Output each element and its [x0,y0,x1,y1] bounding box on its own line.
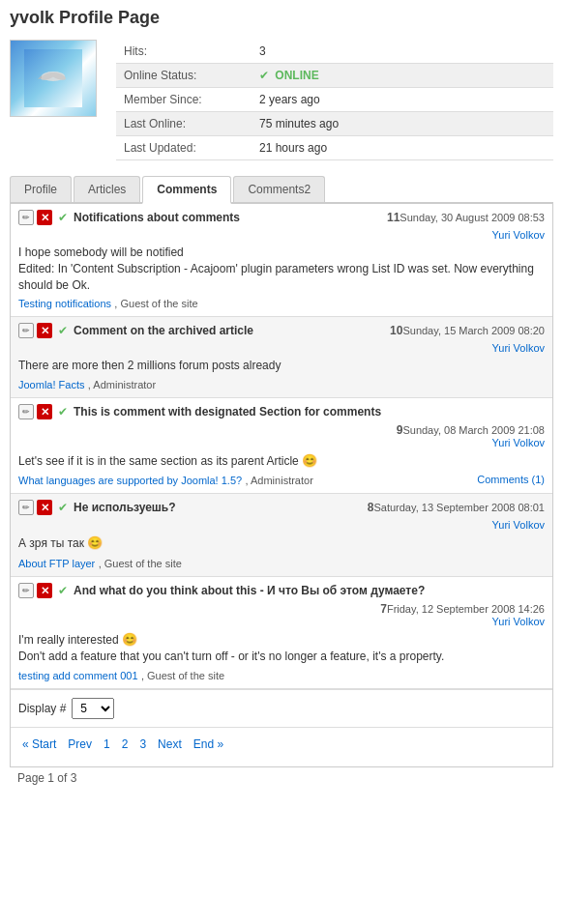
display-label: Display # [18,702,66,715]
page-title: yvolk Profile Page [10,8,553,28]
comment-header-left: ✏ ✕ ✔ Не используешь? [18,500,176,515]
tabs-container: Profile Articles Comments Comments2 [10,176,553,204]
pagination-page-1[interactable]: 1 [100,736,114,753]
display-row: Display # 5 10 15 20 25 30 [11,689,552,727]
check-icon[interactable]: ✔ [55,323,71,338]
comment-meta-text: , Administrator [88,379,156,390]
comment-item: ✏ ✕ ✔ Comment on the archived article 10… [11,317,552,398]
delete-icon[interactable]: ✕ [37,323,52,338]
tab-comments[interactable]: Comments [142,176,231,204]
delete-icon[interactable]: ✕ [37,500,52,515]
comment-author[interactable]: Yuri Volkov [18,519,545,531]
pagination: « Start Prev 1 2 3 Next End » [18,736,545,753]
stat-label-online: Online Status: [116,64,252,88]
comment-body: I'm really interested 😊 Don't add a feat… [18,631,545,665]
comment-article-link[interactable]: About FTP layer [18,558,95,569]
check-icon[interactable]: ✔ [55,583,71,598]
online-dot: ✔ [259,69,269,82]
comment-header-left: ✏ ✕ ✔ Notifications about comments [18,210,240,225]
smiley-icon: 😊 [87,534,103,552]
comment-title: This is comment with designated Section … [74,405,381,419]
delete-icon[interactable]: ✕ [37,404,52,419]
comment-body: Let's see if it is in the same section a… [18,452,545,470]
avatar [10,40,97,117]
stat-value-hits: 3 [252,40,553,64]
edit-icon[interactable]: ✏ [18,404,34,419]
comment-header-left: ✏ ✕ ✔ And what do you think about this -… [18,583,425,598]
page-info: Page 1 of 3 [10,767,553,789]
tab-articles[interactable]: Articles [74,176,140,202]
comment-header-left: ✏ ✕ ✔ Comment on the archived article [18,323,253,338]
edit-icon[interactable]: ✏ [18,583,34,598]
pagination-next[interactable]: Next [154,736,186,753]
profile-stats: Hits: 3 Online Status: ✔ ONLINE Member S… [116,40,553,160]
comment-item: ✏ ✕ ✔ This is comment with designated Se… [11,398,552,494]
comment-header: ✏ ✕ ✔ Comment on the archived article 10… [18,323,545,338]
comment-body: I hope somebody will be notified Edited:… [18,245,545,293]
comment-meta-row: Joomla! Facts , Administrator [18,378,545,391]
comment-meta-text: , Guest of the site [114,298,197,309]
comment-author[interactable]: Yuri Volkov [18,229,545,241]
comment-item: ✏ ✕ ✔ Не используешь? 8Saturday, 13 Sept… [11,494,552,576]
comment-header-left: ✏ ✕ ✔ This is comment with designated Se… [18,404,381,419]
check-icon[interactable]: ✔ [55,210,71,225]
check-icon[interactable]: ✔ [55,500,71,515]
check-icon[interactable]: ✔ [55,404,71,419]
edit-icon[interactable]: ✏ [18,210,34,225]
pagination-page-3[interactable]: 3 [135,736,150,753]
pagination-container: « Start Prev 1 2 3 Next End » [11,727,552,766]
edit-icon[interactable]: ✏ [18,323,34,338]
comment-date-right: 7Friday, 12 September 2008 14:26 [18,602,545,616]
comment-author[interactable]: Yuri Volkov [18,342,545,354]
delete-icon[interactable]: ✕ [37,210,52,225]
comment-body: А зря ты так 😊 [18,534,545,552]
pagination-prev[interactable]: Prev [64,736,96,753]
smiley-icon: 😊 [302,452,317,470]
stat-value-member-since: 2 years ago [252,88,553,112]
comment-number: 10 [390,324,402,337]
stat-value-online: ✔ ONLINE [252,64,553,88]
comment-meta-row: testing add comment 001 , Guest of the s… [18,669,545,682]
online-status-text: ONLINE [275,69,318,82]
comment-date: 11Sunday, 30 August 2009 08:53 [387,211,545,224]
comment-meta-text: , Guest of the site [141,670,224,681]
stat-label-last-online: Last Online: [116,112,252,136]
comment-article-link[interactable]: Testing notifications [18,298,111,309]
edit-icon[interactable]: ✏ [18,500,34,515]
comment-header: ✏ ✕ ✔ Не используешь? 8Saturday, 13 Sept… [18,500,545,515]
stat-value-last-updated: 21 hours ago [252,136,553,160]
comment-number: 8 [368,501,374,514]
comment-article-link[interactable]: What languages are supported by Joomla! … [18,475,242,486]
pagination-end[interactable]: End » [190,736,227,753]
stat-label-member-since: Member Since: [116,88,252,112]
comment-body: There are more then 2 millions forum pos… [18,358,545,374]
comment-title: Comment on the archived article [74,324,253,337]
comment-date: 10Sunday, 15 March 2009 08:20 [390,324,545,337]
tab-comments2[interactable]: Comments2 [233,176,325,202]
smiley-icon: 😊 [122,631,137,649]
comment-item: ✏ ✕ ✔ And what do you think about this -… [11,577,552,689]
comment-header: ✏ ✕ ✔ And what do you think about this -… [18,583,545,598]
comment-date-right: 9Sunday, 08 March 2009 21:08 [18,423,545,437]
comment-author[interactable]: Yuri Volkov [18,616,545,627]
comment-article-link[interactable]: Joomla! Facts [18,379,84,390]
comment-date: 8Saturday, 13 September 2008 08:01 [368,501,545,514]
page-wrapper: yvolk Profile Page [0,0,563,796]
stats-table: Hits: 3 Online Status: ✔ ONLINE Member S… [116,40,553,160]
pagination-start[interactable]: « Start [18,736,60,753]
delete-icon[interactable]: ✕ [37,583,52,598]
comment-author[interactable]: Yuri Volkov [18,437,545,448]
comment-header: ✏ ✕ ✔ This is comment with designated Se… [18,404,545,419]
comment-meta-row: Testing notifications , Guest of the sit… [18,297,545,310]
comment-title: Notifications about comments [74,211,240,224]
stat-label-hits: Hits: [116,40,252,64]
tab-profile[interactable]: Profile [10,176,72,202]
comment-number: 9 [397,423,403,437]
profile-header: Hits: 3 Online Status: ✔ ONLINE Member S… [10,40,553,160]
comment-extra-link[interactable]: Comments (1) [477,474,545,487]
comment-title: Не используешь? [74,501,176,514]
display-select[interactable]: 5 10 15 20 25 30 [72,698,114,719]
pagination-page-2[interactable]: 2 [118,736,133,753]
comment-article-link[interactable]: testing add comment 001 [18,670,138,681]
stat-value-last-online: 75 minutes ago [252,112,553,136]
